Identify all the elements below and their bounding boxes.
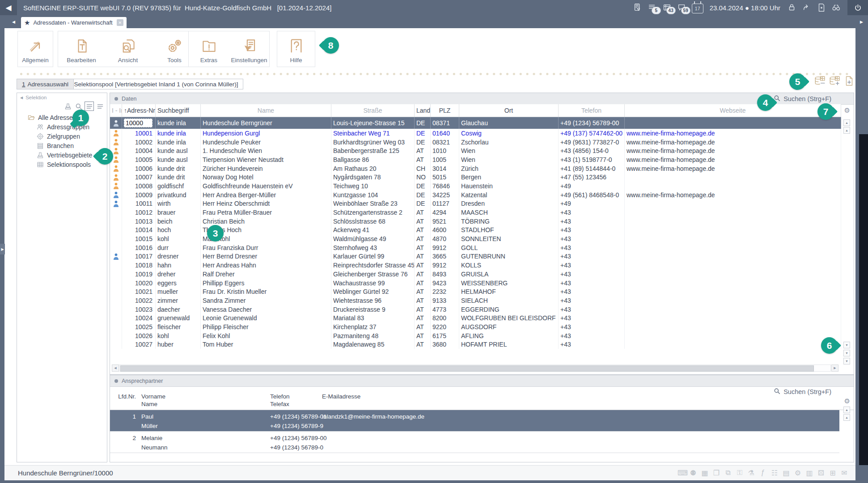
cell-strasse[interactable]: Kirchenplatz 37 [331, 322, 415, 331]
cell-strasse[interactable]: Kuntzgasse 104 [331, 191, 415, 199]
cell-suchbegriff[interactable]: hoch [156, 226, 201, 235]
cell-ort[interactable]: TÖBRING [459, 217, 559, 226]
list-view-active-icon[interactable] [85, 102, 94, 111]
share-icon[interactable] [801, 3, 812, 13]
cell-telefon[interactable]: +43 (1) 5198777-0 [559, 155, 625, 164]
cell-plz[interactable]: 08321 [431, 138, 459, 147]
cell-land[interactable]: AT [415, 314, 431, 322]
cell-strasse[interactable]: Ballgasse 86 [331, 155, 415, 164]
cell-webseite[interactable] [625, 117, 841, 129]
cell-ort[interactable]: Katzental [459, 191, 559, 199]
cell-suchbegriff[interactable]: kohl [156, 234, 201, 243]
cell-land[interactable]: AT [415, 146, 431, 155]
cell-land[interactable]: DE [415, 191, 431, 199]
cell-land[interactable]: AT [415, 279, 431, 288]
scroll-right-icon[interactable]: ▶ [831, 364, 838, 372]
cell-plz[interactable]: 01640 [431, 129, 459, 138]
cell-telefon[interactable]: +43 [559, 340, 625, 349]
column-header-such[interactable]: Suchbegriff [156, 104, 201, 117]
table-row[interactable]: 10006kunde dritZüricher HundevereinAm Ra… [110, 164, 841, 173]
cell-telefon[interactable]: +43 (4856) 154-0 [559, 146, 625, 155]
cell-ort[interactable]: Coswig [459, 129, 559, 138]
cell-plz[interactable]: 34225 [431, 191, 459, 199]
cell-suchbegriff[interactable]: wirth [156, 199, 201, 208]
flask-icon[interactable]: ⚗ [747, 469, 755, 477]
table-row[interactable]: 10004kunde ausl1. Hundeschule WienBabenb… [110, 146, 841, 155]
cell-suchbegriff[interactable]: fleischer [156, 322, 201, 331]
cell-plz[interactable]: 8493 [431, 270, 459, 279]
cell-adress-nr[interactable]: 10027 [122, 340, 156, 349]
cell-suchbegriff[interactable]: kunde drit [156, 164, 201, 173]
cell-strasse[interactable]: Weblinger Gürtel 92 [331, 287, 415, 296]
cell-ort[interactable]: KOLLS [459, 261, 559, 270]
cell-suchbegriff[interactable]: dreher [156, 270, 201, 279]
cell-webseite[interactable] [625, 234, 841, 243]
cell-telefon[interactable]: +43 [559, 305, 625, 314]
cell-adress-nr[interactable]: 10022 [122, 296, 156, 305]
cell-name[interactable]: Herr Bernd Dresner [201, 252, 331, 261]
cell-name[interactable]: Herr Andreas Hahn [201, 261, 331, 270]
cell-adress-nr[interactable]: 10007 [122, 173, 156, 182]
cell-name[interactable]: Hundeschule Berngrüner [201, 117, 331, 129]
cell-land[interactable]: DE [415, 199, 431, 208]
cell-ort[interactable]: GRUISLA [459, 270, 559, 279]
cell-suchbegriff[interactable]: eggers [156, 279, 201, 288]
cell-land[interactable]: AT [415, 261, 431, 270]
cell-adress-nr[interactable]: 10020 [122, 279, 156, 288]
calendar-icon[interactable]: 17 [692, 4, 703, 13]
table-row[interactable]: 10005kunde auslTierpension Wiener Neusta… [110, 155, 841, 164]
favorite-star-icon[interactable]: ★ [24, 19, 30, 26]
cell-suchbegriff[interactable]: kohl [156, 331, 201, 340]
cell-name[interactable]: Tierpension Wiener Neustadt [201, 155, 331, 164]
cell-telefon[interactable]: +49 (561) 8468548-0 [559, 191, 625, 199]
cell-strasse[interactable]: Nygårdsgaten 78 [331, 173, 415, 182]
cell-webseite[interactable] [625, 305, 841, 314]
tree-item-vertriebsgebiete[interactable]: Vertriebsgebiete [17, 150, 107, 160]
cell-adress-nr[interactable]: 10016 [122, 243, 156, 252]
cell-suchbegriff[interactable]: daecher [156, 305, 201, 314]
cell-ort[interactable]: AFLING [459, 331, 559, 340]
cell-strasse[interactable]: Schützengartenstrasse 2 [331, 208, 415, 217]
column-header-str[interactable]: Straße [331, 104, 415, 117]
cell-name[interactable]: Herr Heinz Oberschmidt [201, 199, 331, 208]
cell-webseite[interactable] [625, 261, 841, 270]
cell-suchbegriff[interactable]: dresner [156, 252, 201, 261]
cell-webseite[interactable]: www.meine-firma-homepage.de [625, 129, 841, 138]
cell-suchbegriff[interactable]: kunde inla [156, 117, 201, 129]
task-list-icon[interactable]: 5 [648, 3, 658, 13]
table-row[interactable]: 10002kunde inlaHundeschule PeukerBurkhar… [110, 138, 841, 147]
adress-nr-input[interactable]: 10000 [124, 119, 152, 127]
cell-name[interactable]: Tom Huber [201, 340, 331, 349]
cell-strasse[interactable]: Schlösslstrasse 68 [331, 217, 415, 226]
calculator-icon[interactable]: ▦ [701, 469, 709, 477]
document-add-icon[interactable] [843, 75, 855, 87]
cell-suchbegriff[interactable]: gruenewald [156, 314, 201, 322]
favorite-document-icon[interactable] [816, 3, 826, 13]
device-heart-icon[interactable] [633, 3, 643, 13]
cell-name[interactable]: Züricher Hundeverein [201, 164, 331, 173]
cell-ort[interactable]: MAASCH [459, 208, 559, 217]
table-row[interactable]: 10024gruenewaldLeonie GruenewaldMariatal… [110, 314, 841, 322]
database-remove-icon[interactable] [814, 75, 826, 87]
cell-ort[interactable]: GOLL [459, 243, 559, 252]
cell-suchbegriff[interactable]: hahn [156, 261, 201, 270]
cell-suchbegriff[interactable]: kunde ausl [156, 155, 201, 164]
cell-webseite[interactable] [625, 226, 841, 235]
table-row[interactable]: 10025fleischerPhilipp FleischerKirchenpl… [110, 322, 841, 331]
selection-panel-header[interactable]: ◀ Selektion [20, 95, 47, 100]
cell-land[interactable]: DE [415, 182, 431, 191]
cell-webseite[interactable] [625, 199, 841, 208]
cell-name[interactable]: Felix Kohl [201, 331, 331, 340]
cell-strasse[interactable]: Waldmühlgasse 49 [331, 234, 415, 243]
cell-name[interactable]: Frau Franziska Durr [201, 243, 331, 252]
cell-land[interactable]: AT [415, 287, 431, 296]
table-row[interactable]: 10012brauerFrau Petra Müller-BrauerSchüt… [110, 208, 841, 217]
ribbon-button-einstellungen[interactable]: Einstellungen [229, 31, 269, 67]
chat-icon[interactable]: 59 [677, 3, 687, 13]
cell-name[interactable]: Goldfischfreunde Hauenstein eV [201, 182, 331, 191]
cell-strasse[interactable]: Reinprechtsdorfer Strasse 45 [331, 261, 415, 270]
cell-ort[interactable]: STADLHOF [459, 226, 559, 235]
cell-strasse[interactable]: Am Rathaus 20 [331, 164, 415, 173]
cell-plz[interactable]: 4600 [431, 226, 459, 235]
cell-suchbegriff[interactable]: durr [156, 243, 201, 252]
